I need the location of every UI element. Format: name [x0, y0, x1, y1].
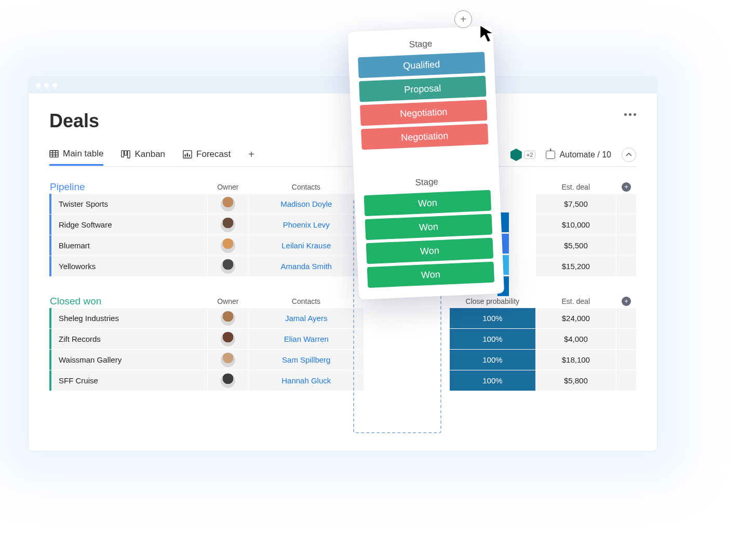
stage-card-title: Stage — [357, 36, 485, 52]
deal-name[interactable]: Zift Records — [49, 329, 207, 349]
stage-cell — [364, 329, 449, 349]
est-cell[interactable]: $4,000 — [535, 329, 616, 349]
tab-kanban[interactable]: Kanban — [121, 149, 165, 165]
contact-link[interactable]: Jamal Ayers — [248, 308, 364, 328]
hex-icon — [510, 149, 522, 161]
owner-cell[interactable] — [207, 308, 249, 328]
deal-name[interactable]: Ridge Software — [49, 215, 207, 235]
prob-cell[interactable]: 100% — [449, 350, 535, 370]
col-prob[interactable]: Close probability — [449, 295, 535, 308]
group-title[interactable]: Pipeline — [50, 181, 85, 193]
col-contacts[interactable]: Contacts — [248, 180, 364, 193]
more-menu[interactable] — [624, 113, 636, 116]
app-window: Deals Main table Kanban Forecast + — [29, 77, 657, 451]
group-closed-won: Closed won Owner Contacts Close probabil… — [49, 295, 636, 391]
view-tabs: Main table Kanban Forecast + +2 — [49, 148, 636, 167]
automate-button[interactable]: Automate / 10 — [546, 150, 611, 159]
window-titlebar — [29, 77, 657, 94]
traffic-light — [44, 83, 49, 88]
owner-cell[interactable] — [207, 235, 249, 256]
contact-link[interactable]: Elian Warren — [248, 329, 364, 349]
table-row[interactable]: Twister SportsMadison Doyle$7,500 — [49, 194, 636, 215]
avatar — [221, 353, 235, 367]
col-est[interactable]: Est. deal — [535, 180, 616, 193]
collapse-button[interactable] — [622, 148, 636, 162]
add-stage-button[interactable]: + — [454, 10, 472, 28]
integrations-badge[interactable]: +2 — [510, 149, 536, 161]
plus-icon: + — [622, 297, 631, 306]
table-row[interactable]: BluemartLeilani Krause$5,500 — [49, 235, 636, 256]
svg-rect-7 — [128, 151, 130, 158]
group-pipeline: Pipeline Owner Contacts Est. deal + Twis… — [49, 180, 636, 277]
table-row[interactable]: Waissman GallerySam Spillberg100%$18,100 — [49, 350, 636, 370]
est-cell[interactable]: $5,500 — [535, 235, 616, 256]
owner-cell[interactable] — [207, 350, 249, 370]
est-cell[interactable]: $18,100 — [535, 350, 616, 370]
extra-cell — [616, 350, 636, 370]
stage-pill[interactable]: Won — [366, 238, 494, 264]
robot-icon — [546, 151, 555, 159]
stage-pill[interactable]: Won — [364, 190, 492, 217]
plus-icon: + — [622, 182, 631, 192]
avatar — [221, 332, 235, 346]
est-cell[interactable]: $7,500 — [535, 194, 616, 214]
table-row[interactable]: SFF CruiseHannah Gluck100%$5,800 — [49, 370, 636, 391]
stage-pill[interactable]: Negotiation — [360, 100, 488, 126]
tab-label: Kanban — [135, 149, 165, 159]
est-cell[interactable]: $15,200 — [535, 256, 616, 276]
prob-cell[interactable]: 100% — [449, 370, 535, 391]
table-row[interactable]: Sheleg IndustriesJamal Ayers100%$24,000 — [49, 308, 636, 329]
extra-cell — [616, 370, 636, 391]
add-column-button[interactable]: + — [616, 180, 636, 193]
stage-cell — [364, 370, 449, 391]
stage-pill[interactable]: Qualified — [358, 52, 486, 78]
est-cell[interactable]: $5,800 — [535, 370, 616, 391]
owner-cell[interactable] — [207, 194, 249, 214]
deal-name[interactable]: SFF Cruise — [49, 370, 207, 391]
group-header-row: Closed won Owner Contacts Close probabil… — [49, 295, 636, 308]
table-row[interactable]: Zift RecordsElian Warren100%$4,000 — [49, 329, 636, 350]
est-cell[interactable]: $10,000 — [535, 215, 616, 235]
add-column-button[interactable]: + — [616, 295, 636, 308]
owner-cell[interactable] — [207, 215, 249, 235]
tab-main-table[interactable]: Main table — [49, 149, 103, 166]
est-cell[interactable]: $24,000 — [535, 308, 616, 328]
page-title: Deals — [49, 110, 636, 132]
owner-cell[interactable] — [207, 370, 249, 391]
deal-name[interactable]: Twister Sports — [49, 194, 207, 214]
contact-link[interactable]: Phoenix Levy — [248, 215, 364, 235]
table-row[interactable]: Ridge SoftwarePhoenix Levy$10,000 — [49, 215, 636, 235]
stage-pill[interactable]: Won — [367, 261, 495, 288]
table-row[interactable]: YelloworksAmanda Smith$15,200 — [49, 256, 636, 277]
deal-name[interactable]: Waissman Gallery — [49, 350, 207, 370]
cursor-icon — [478, 23, 500, 45]
traffic-light — [36, 83, 41, 88]
owner-cell[interactable] — [207, 256, 249, 276]
prob-cell[interactable]: 100% — [449, 308, 535, 328]
deal-name[interactable]: Bluemart — [49, 235, 207, 256]
contact-link[interactable]: Sam Spillberg — [248, 350, 364, 370]
col-owner[interactable]: Owner — [207, 180, 248, 193]
table-icon — [49, 149, 59, 158]
col-contacts[interactable]: Contacts — [248, 295, 364, 308]
automate-label: Automate / 10 — [559, 150, 611, 159]
contact-link[interactable]: Madison Doyle — [248, 194, 364, 214]
deal-name[interactable]: Sheleg Industries — [49, 308, 207, 328]
contact-link[interactable]: Amanda Smith — [248, 256, 364, 276]
owner-cell[interactable] — [207, 329, 249, 349]
group-title[interactable]: Closed won — [50, 296, 101, 307]
col-est[interactable]: Est. deal — [535, 295, 616, 308]
contact-link[interactable]: Hannah Gluck — [248, 370, 364, 391]
tab-label: Forecast — [196, 149, 231, 159]
prob-cell[interactable]: 100% — [449, 329, 535, 349]
extra-cell — [616, 235, 636, 256]
contact-link[interactable]: Leilani Krause — [248, 235, 364, 256]
col-owner[interactable]: Owner — [207, 295, 248, 308]
stage-pill[interactable]: Won — [365, 214, 493, 241]
tab-forecast[interactable]: Forecast — [183, 149, 231, 165]
stage-cell — [364, 350, 449, 370]
stage-pill[interactable]: Proposal — [359, 76, 487, 102]
add-view-button[interactable]: + — [248, 149, 254, 166]
stage-drag-card[interactable]: Stage QualifiedProposalNegotiationNegoti… — [347, 25, 504, 300]
deal-name[interactable]: Yelloworks — [49, 256, 207, 276]
